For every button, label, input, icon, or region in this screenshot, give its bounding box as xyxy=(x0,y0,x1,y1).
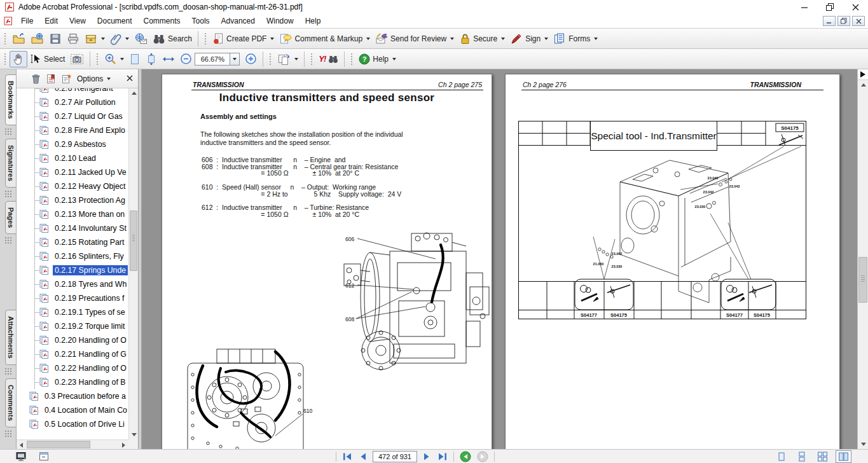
actual-size-button[interactable] xyxy=(127,51,143,67)
bookmark-item[interactable]: 0.2.22 Handling of O xyxy=(17,361,128,375)
tab-bookmarks[interactable]: Bookmarks xyxy=(5,74,16,125)
menu-item[interactable]: Comments xyxy=(138,15,186,27)
previous-view-button[interactable] xyxy=(460,451,471,462)
bookmark-item[interactable]: 0.2.19.1 Types of se xyxy=(17,305,128,319)
menu-item[interactable]: Edit xyxy=(39,15,64,27)
zoom-in-button[interactable] xyxy=(242,51,259,67)
facing-pages-button[interactable] xyxy=(836,450,851,463)
toolbar-grip[interactable] xyxy=(269,52,272,66)
bookmark-item[interactable]: 0.2.19.2 Torque limit xyxy=(17,319,128,333)
menu-item[interactable]: View xyxy=(64,15,92,27)
toolbar-grip[interactable] xyxy=(310,52,313,66)
bookmark-item[interactable]: 0.5 Location of Drive Li xyxy=(17,417,128,431)
bookmark-item[interactable]: 0.2.6 Refrigerant xyxy=(17,88,128,95)
continuous-facing-button[interactable] xyxy=(815,451,829,462)
zoom-level-input[interactable]: 66.67% xyxy=(195,53,230,66)
bookmark-item[interactable]: 0.2.7 Liquid Or Gas xyxy=(17,109,128,123)
menu-item[interactable]: Window xyxy=(261,15,300,27)
toolbar-grip[interactable] xyxy=(4,32,7,46)
page-number-input[interactable]: 472 of 931 xyxy=(373,451,417,462)
zoom-out-button[interactable] xyxy=(177,51,195,67)
document-pane[interactable]: TRANSMISSION Ch 2 page 275 Inductive tra… xyxy=(142,69,857,449)
fit-page-button[interactable] xyxy=(143,51,160,67)
sign-button[interactable]: Sign xyxy=(507,31,551,47)
scroll-down-button[interactable] xyxy=(129,430,139,439)
first-page-button[interactable] xyxy=(342,452,353,461)
toolbar-grip[interactable] xyxy=(96,52,99,66)
zoom-tool-button[interactable] xyxy=(102,51,127,67)
attach-button[interactable] xyxy=(107,31,132,47)
organizer-button[interactable] xyxy=(82,31,107,47)
bookmark-item[interactable]: 0.3 Precaution before a xyxy=(17,389,128,403)
menu-item[interactable]: Tools xyxy=(186,15,216,27)
help-button[interactable]: ? Help xyxy=(356,52,399,67)
scroll-left-button[interactable] xyxy=(17,440,26,449)
close-panel-button[interactable] xyxy=(127,74,133,83)
scrollbar-thumb[interactable] xyxy=(27,441,90,448)
scroll-up-button[interactable] xyxy=(858,80,868,90)
yahoo-search-button[interactable]: Y! xyxy=(316,52,341,66)
scroll-right-button[interactable] xyxy=(119,440,128,449)
single-page-button[interactable] xyxy=(775,451,789,462)
toolbar-grip[interactable] xyxy=(204,32,207,46)
snapshot-tool-button[interactable] xyxy=(67,51,86,67)
bookmark-item[interactable]: 0.2.7 Air Pollution xyxy=(17,95,128,109)
create-pdf-button[interactable]: Create PDF xyxy=(210,31,277,47)
continuous-page-button[interactable] xyxy=(795,451,809,462)
bookmark-item[interactable]: 0.2.23 Handling of B xyxy=(17,375,128,389)
last-page-button[interactable] xyxy=(437,452,448,461)
fit-width-button[interactable] xyxy=(160,52,177,67)
window-view-icon[interactable] xyxy=(38,451,50,462)
bookmark-item[interactable]: 0.2.9 Asbestos xyxy=(17,137,128,151)
send-review-button[interactable]: Send for Review xyxy=(373,31,457,47)
toolbar-grip[interactable] xyxy=(4,52,7,66)
bookmark-item[interactable]: 0.2.15 Rotating Part xyxy=(17,235,128,249)
print-button[interactable] xyxy=(64,31,82,47)
menu-item[interactable]: Document xyxy=(92,15,138,27)
tab-attachments[interactable]: Attachments xyxy=(5,310,16,365)
mdi-restore-button[interactable] xyxy=(837,16,850,26)
bookmark-item[interactable]: 0.2.18 Tyres and Wh xyxy=(17,277,128,291)
save-button[interactable] xyxy=(46,31,64,47)
bookmark-item[interactable]: 0.2.11 Jacked Up Ve xyxy=(17,165,128,179)
scrollbar-thumb[interactable] xyxy=(858,257,867,303)
bookmarks-vertical-scrollbar[interactable] xyxy=(128,88,138,439)
open-button[interactable] xyxy=(10,31,28,47)
bookmark-item[interactable]: 0.2.21 Handling of G xyxy=(17,347,128,361)
bookmark-item[interactable]: 0.4 Location of Main Co xyxy=(17,403,128,417)
bookmark-item[interactable]: 0.2.16 Splinters, Fly xyxy=(17,249,128,263)
scroll-down-button[interactable] xyxy=(858,439,868,449)
bookmark-item[interactable]: 0.2.13 Protection Ag xyxy=(17,193,128,207)
open-web-button[interactable] xyxy=(28,31,46,47)
toolbar-grip[interactable] xyxy=(350,52,354,66)
bookmark-item[interactable]: 0.2.17 Springs Unde xyxy=(17,263,128,277)
bookmarks-horizontal-scrollbar[interactable] xyxy=(17,439,128,449)
select-tool-button[interactable]: Select xyxy=(27,52,67,67)
search-button[interactable]: Search xyxy=(150,31,195,46)
menu-item[interactable]: Advanced xyxy=(216,15,261,27)
close-button[interactable] xyxy=(843,0,868,14)
reading-mode-icon[interactable] xyxy=(15,451,27,462)
tab-comments[interactable]: Comments xyxy=(5,378,16,427)
page-display-button[interactable] xyxy=(275,51,301,67)
bookmark-item[interactable]: 0.2.20 Handling of O xyxy=(17,333,128,347)
bookmark-item[interactable]: 0.2.12 Heavy Object xyxy=(17,179,128,193)
tab-signatures[interactable]: Signatures xyxy=(5,139,16,188)
bookmark-item[interactable]: 0.2.13 More than on xyxy=(17,207,128,221)
tab-pages[interactable]: Pages xyxy=(5,201,16,234)
scrollbar-thumb[interactable] xyxy=(130,211,137,271)
hide-panel-button[interactable] xyxy=(858,69,868,80)
bookmark-item[interactable]: 0.2.8 Fire And Explo xyxy=(17,123,128,137)
next-view-button[interactable] xyxy=(477,451,488,462)
scroll-up-button[interactable] xyxy=(129,88,139,98)
email-button[interactable] xyxy=(132,31,150,47)
comment-markup-button[interactable]: Comment & Markup xyxy=(277,31,373,47)
bookmark-item[interactable]: 0.2.14 Involuntary St xyxy=(17,221,128,235)
bookmark-item[interactable]: 0.2.10 Lead xyxy=(17,151,128,165)
bookmark-item[interactable]: 0.2.19 Precautions f xyxy=(17,291,128,305)
expand-bookmark-button[interactable] xyxy=(46,73,56,84)
previous-page-button[interactable] xyxy=(359,452,367,461)
minimize-button[interactable] xyxy=(792,0,817,14)
mdi-close-button[interactable] xyxy=(852,16,865,26)
secure-button[interactable]: Secure xyxy=(457,31,507,47)
